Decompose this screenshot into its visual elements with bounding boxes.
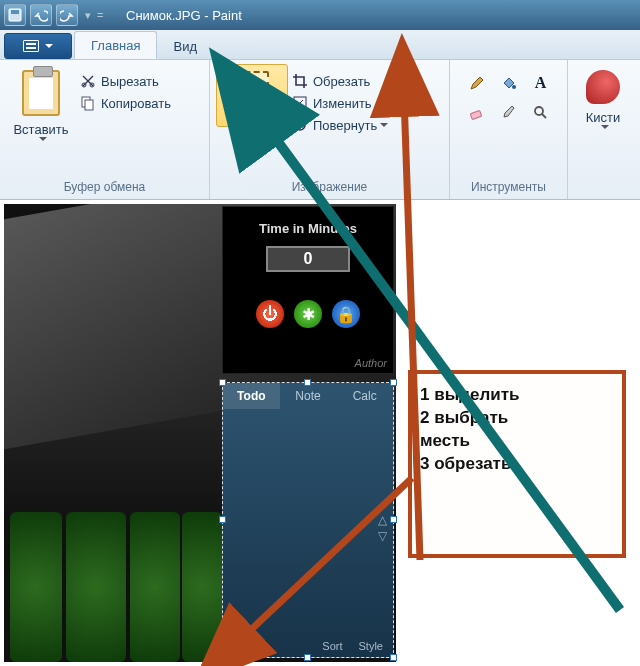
chevron-down-icon [380, 123, 388, 127]
copy-label: Копировать [101, 96, 171, 111]
undo-icon [34, 8, 48, 22]
tab-view[interactable]: Вид [157, 33, 213, 59]
group-tools-label: Инструменты [456, 178, 561, 197]
rotate-button[interactable]: Повернуть [288, 114, 392, 136]
svg-point-9 [535, 107, 543, 115]
select-rect-icon [235, 71, 269, 99]
brush-icon [586, 70, 620, 104]
group-image-label: Изображение [216, 178, 443, 197]
window-title: Снимок.JPG - Paint [126, 8, 242, 23]
save-icon [8, 8, 22, 22]
gadget-sort-button[interactable]: Sort [322, 640, 342, 652]
group-brushes-label [574, 178, 632, 197]
eraser-icon [468, 104, 486, 122]
cut-label: Вырезать [101, 74, 159, 89]
chevron-down-icon [39, 137, 47, 141]
tool-eraser[interactable] [463, 100, 491, 126]
canvas-area[interactable]: Time in Minutes 0 ⏻ ✱ 🔒 Author Todo Note… [0, 200, 640, 666]
crop-button[interactable]: Обрезать [288, 70, 392, 92]
gadget-timer-title: Time in Minutes [259, 221, 357, 236]
pencil-icon [468, 74, 486, 92]
paste-label: Вставить [13, 122, 68, 137]
rotate-icon [292, 117, 308, 133]
gadget-tab-todo[interactable]: Todo [223, 383, 280, 409]
gadget-start-button[interactable]: ✱ [294, 300, 322, 328]
clipboard-icon [22, 70, 60, 116]
resize-label: Изменить [313, 96, 372, 111]
magnifier-icon [532, 104, 550, 122]
tool-text[interactable]: A [527, 70, 555, 96]
redo-icon [60, 8, 74, 22]
text-icon: A [535, 74, 547, 92]
brushes-label: Кисти [586, 110, 621, 125]
annotation-line: 3 обрезать [420, 453, 614, 476]
qat-separator: = [97, 5, 103, 25]
copy-button[interactable]: Копировать [76, 92, 175, 114]
group-tools: A Инструменты [450, 60, 568, 199]
crop-icon [292, 73, 308, 89]
group-brushes: Кисти [568, 60, 638, 199]
svg-rect-8 [470, 110, 481, 119]
crop-label: Обрезать [313, 74, 370, 89]
qat-undo-button[interactable] [30, 4, 52, 26]
title-bar: ▾ = Снимок.JPG - Paint [0, 0, 640, 30]
select-button[interactable]: Выдели [216, 64, 288, 127]
svg-point-7 [512, 85, 516, 89]
ribbon: Вставить Вырезать Копировать Буфер обмен… [0, 60, 640, 200]
selection-handle[interactable] [390, 379, 397, 386]
selection-handle[interactable] [219, 654, 226, 661]
gadget-tab-calc[interactable]: Calc [336, 383, 393, 409]
gadget-lock-button[interactable]: 🔒 [332, 300, 360, 328]
group-clipboard: Вставить Вырезать Копировать Буфер обмен… [0, 60, 210, 199]
annotation-line: месть [420, 430, 614, 453]
ribbon-tab-strip: Главная Вид [0, 30, 640, 60]
eyedropper-icon [500, 104, 518, 122]
annotation-box: 1 выделить 2 выбрать месть 3 обрезать [408, 370, 626, 558]
bucket-icon [500, 74, 518, 92]
qat-save-button[interactable] [4, 4, 26, 26]
gadget-power-button[interactable]: ⏻ [256, 300, 284, 328]
selection-handle[interactable] [390, 516, 397, 523]
paste-button[interactable]: Вставить [6, 64, 76, 141]
selection-handle[interactable] [219, 516, 226, 523]
gadget-author-label: Author [355, 357, 387, 369]
scroll-up-icon[interactable]: △ [378, 513, 387, 527]
select-label: Выдели [228, 107, 275, 122]
asterisk-icon: ✱ [302, 305, 315, 324]
gadget-style-button[interactable]: Style [359, 640, 383, 652]
gadget-timer-value: 0 [266, 246, 350, 272]
file-menu-icon [23, 40, 39, 52]
scissors-icon [80, 73, 96, 89]
tool-fill[interactable] [495, 70, 523, 96]
resize-button[interactable]: Изменить [288, 92, 392, 114]
gadget-timer: Time in Minutes 0 ⏻ ✱ 🔒 Author [222, 206, 394, 374]
chevron-down-icon [250, 122, 258, 126]
group-clipboard-label: Буфер обмена [6, 178, 203, 197]
qat-redo-button[interactable] [56, 4, 78, 26]
chevron-down-icon [601, 125, 609, 129]
annotation-line: 1 выделить [420, 384, 614, 407]
selection-handle[interactable] [390, 654, 397, 661]
svg-rect-5 [85, 100, 93, 110]
gadget-tab-note[interactable]: Note [280, 383, 337, 409]
group-image: Выдели Обрезать Изменить Повернуть [210, 60, 450, 199]
selection-handle[interactable] [219, 379, 226, 386]
cut-button[interactable]: Вырезать [76, 70, 175, 92]
qat-dropdown-icon[interactable]: ▾ [85, 5, 91, 25]
tool-magnifier[interactable] [527, 100, 555, 126]
resize-icon [292, 95, 308, 111]
scroll-down-icon[interactable]: ▽ [378, 529, 387, 543]
selection-handle[interactable] [304, 379, 311, 386]
svg-rect-1 [11, 10, 19, 14]
lock-icon: 🔒 [336, 305, 356, 324]
tool-pencil[interactable] [463, 70, 491, 96]
tab-home[interactable]: Главная [74, 31, 157, 59]
file-menu-button[interactable] [4, 33, 72, 59]
rotate-label: Повернуть [313, 118, 377, 133]
gadget-notes[interactable]: Todo Note Calc △ ▽ Sort Style [222, 382, 394, 658]
annotation-line: 2 выбрать [420, 407, 614, 430]
copy-icon [80, 95, 96, 111]
tool-picker[interactable] [495, 100, 523, 126]
brushes-button[interactable]: Кисти [577, 64, 629, 129]
selection-handle[interactable] [304, 654, 311, 661]
